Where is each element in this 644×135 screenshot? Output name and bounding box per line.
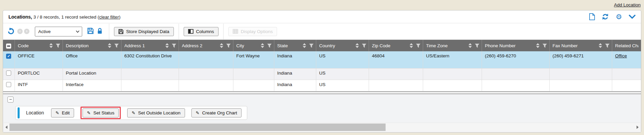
filter-icon[interactable] xyxy=(416,44,420,48)
cell-description: Interface xyxy=(63,80,121,91)
sort-icon[interactable] xyxy=(468,43,472,48)
cell-related-chart xyxy=(612,68,641,80)
columns-icon xyxy=(188,29,193,34)
sort-icon[interactable] xyxy=(410,43,413,48)
scrollbar-thumb[interactable] xyxy=(9,124,386,131)
column-header-state[interactable]: State xyxy=(274,40,316,51)
filter-icon[interactable] xyxy=(267,44,272,48)
toolbar-separator xyxy=(223,24,224,39)
create-org-chart-button[interactable]: ✎ Create Org Chart xyxy=(191,108,242,117)
column-header-fax[interactable]: Fax Number xyxy=(549,40,612,51)
cell-address1: 6302 Constitution Drive xyxy=(121,51,179,68)
table-row[interactable]: PORTLOC Portal Location Indiana US xyxy=(3,68,641,80)
columns-label: Columns xyxy=(196,29,214,34)
scroll-left-arrow[interactable] xyxy=(4,123,9,132)
sort-icon[interactable] xyxy=(220,43,223,48)
cell-address1 xyxy=(121,80,179,91)
filter-icon[interactable] xyxy=(114,44,119,48)
view-filter-select[interactable]: Active xyxy=(35,27,82,36)
sort-icon[interactable] xyxy=(165,43,169,48)
cell-country: US xyxy=(316,80,369,91)
edit-button[interactable]: ✎ Edit xyxy=(51,108,74,117)
column-header-city[interactable]: City xyxy=(233,40,274,51)
cell-state: Indiana xyxy=(274,80,316,91)
undo-icon[interactable] xyxy=(7,27,15,36)
toolbar-separator xyxy=(109,24,109,39)
related-chart-link[interactable]: Office xyxy=(615,53,627,58)
table-row[interactable]: ✓ OFFICE Office 6302 Constitution Drive … xyxy=(3,51,641,68)
cell-state: Indiana xyxy=(274,68,316,80)
sort-icon[interactable] xyxy=(303,43,306,48)
filter-icon[interactable] xyxy=(605,44,610,48)
column-header-country[interactable]: Country xyxy=(316,40,369,51)
column-header-code[interactable]: Code xyxy=(15,40,63,51)
filter-icon[interactable] xyxy=(543,44,547,48)
filter-icon[interactable] xyxy=(172,44,176,48)
sort-icon[interactable] xyxy=(599,43,602,48)
cell-city xyxy=(233,68,274,80)
cell-fax xyxy=(549,80,612,91)
column-header-timezone[interactable]: Time Zone xyxy=(423,40,482,51)
filter-icon[interactable] xyxy=(362,44,366,48)
table-row[interactable]: INTF Interface Indiana US xyxy=(3,80,641,91)
refresh-icon[interactable] xyxy=(602,13,609,20)
set-outside-location-button[interactable]: ✎ Set Outside Location xyxy=(127,108,185,117)
filter-icon[interactable] xyxy=(56,44,60,48)
table-end-divider xyxy=(3,91,641,94)
add-location-link[interactable]: Add Location xyxy=(614,2,641,7)
display-options-button: Display Options xyxy=(228,27,277,36)
cell-country: US xyxy=(316,51,369,68)
select-all-checkbox[interactable] xyxy=(6,44,11,49)
sort-icon[interactable] xyxy=(536,43,539,48)
clear-filter-link[interactable]: clear filter xyxy=(99,15,119,20)
column-header-related-chart[interactable]: Related Cha xyxy=(612,40,641,51)
records-summary: 3 / 8 records, 1 record selected ( xyxy=(32,15,99,20)
select-chevron-icon xyxy=(76,30,79,33)
column-header-phone[interactable]: Phone Number xyxy=(482,40,549,51)
set-status-button[interactable]: ✎ Set Status xyxy=(83,108,119,117)
cell-fax: (260) 459-6271 xyxy=(549,51,612,68)
column-header-address1[interactable]: Address 1 xyxy=(121,40,179,51)
new-document-icon[interactable] xyxy=(589,13,595,20)
cell-address2 xyxy=(179,80,233,91)
panel-title: Locations, 3 / 8 records, 1 record selec… xyxy=(8,14,120,20)
cell-address2 xyxy=(179,68,233,80)
cell-code: OFFICE xyxy=(15,51,63,68)
display-options-icon xyxy=(233,29,238,34)
cell-timezone xyxy=(423,68,482,80)
column-header-zipcode[interactable]: Zip Code xyxy=(369,40,423,51)
top-strip: Add Location xyxy=(0,0,644,9)
pencil-icon: ✎ xyxy=(87,110,91,115)
set-status-highlight: ✎ Set Status xyxy=(80,107,121,119)
sort-icon[interactable] xyxy=(355,43,359,48)
row-checkbox[interactable] xyxy=(6,82,11,87)
filter-icon[interactable] xyxy=(475,44,479,48)
cell-country: US xyxy=(316,68,369,80)
edit-label: Edit xyxy=(62,110,70,115)
cell-address2 xyxy=(179,51,233,68)
column-header-address2[interactable]: Address 2 xyxy=(179,40,233,51)
chevron-down-icon[interactable] xyxy=(629,15,636,19)
location-action-bar: Location ✎ Edit ✎ Set Status ✎ Set Outsi… xyxy=(15,106,247,120)
sort-icon[interactable] xyxy=(261,43,264,48)
cell-state: Indiana xyxy=(274,51,316,68)
columns-button[interactable]: Columns xyxy=(184,27,218,36)
cell-address1 xyxy=(121,68,179,80)
horizontal-scrollbar[interactable] xyxy=(4,123,640,132)
sort-icon[interactable] xyxy=(49,43,53,48)
nav-back-icon[interactable]: ‹ xyxy=(17,29,23,34)
sort-icon[interactable] xyxy=(108,43,111,48)
lock-icon[interactable] xyxy=(97,28,102,35)
row-checkbox[interactable]: ✓ xyxy=(6,54,11,59)
pencil-icon: ✎ xyxy=(132,110,135,115)
row-checkbox[interactable] xyxy=(6,71,11,76)
gear-icon[interactable]: ⚙ xyxy=(616,14,622,20)
filter-icon[interactable] xyxy=(226,44,231,48)
save-view-icon[interactable] xyxy=(87,28,94,35)
filter-icon[interactable] xyxy=(309,44,314,48)
scroll-right-arrow[interactable] xyxy=(635,123,640,132)
nav-forward-icon[interactable]: › xyxy=(24,29,29,34)
store-displayed-data-button[interactable]: Store Displayed Data xyxy=(114,27,174,36)
column-header-description[interactable]: Description xyxy=(63,40,121,51)
collapse-actions-toggle[interactable]: − xyxy=(7,97,14,103)
